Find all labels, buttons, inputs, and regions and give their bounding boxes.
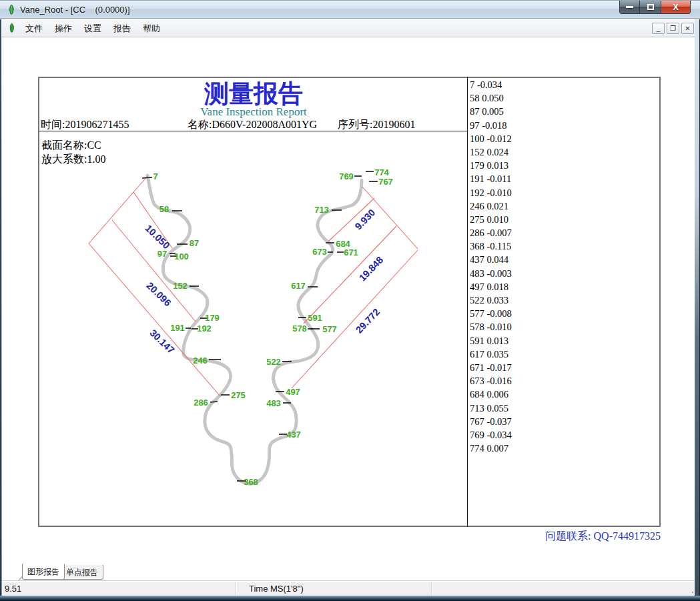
status-bar: 9.51 Time MS(1'8") xyxy=(1,580,699,596)
deviation-row: 97 -0.018 xyxy=(470,119,657,132)
document-icon xyxy=(6,23,17,33)
deviation-row: 767 -0.037 xyxy=(470,415,657,428)
deviation-row: 286 -0.007 xyxy=(470,226,657,239)
deviation-row: 87 0.005 xyxy=(470,105,657,118)
deviation-row: 275 0.010 xyxy=(470,213,657,226)
column-divider-line xyxy=(467,77,468,527)
tab-graphic-report[interactable]: 图形报告 xyxy=(22,564,65,580)
menu-item[interactable]: 文件 xyxy=(19,20,49,37)
deviation-row: 577 -0.008 xyxy=(470,307,657,320)
section-name: 截面名称:CC xyxy=(41,139,101,153)
deviation-row: 774 0.007 xyxy=(470,442,657,455)
deviation-row: 673 -0.016 xyxy=(470,374,657,388)
deviation-row: 179 0.013 xyxy=(470,159,657,172)
maximize-button[interactable] xyxy=(640,1,661,14)
deviation-row: 152 0.024 xyxy=(470,145,657,159)
tab-strip: 图形报告单点报告 xyxy=(2,564,697,580)
close-button[interactable]: X xyxy=(661,1,691,14)
contact-info: 问题联系: QQ-744917325 xyxy=(460,530,661,544)
magnification-factor: 放大系数:1.00 xyxy=(41,153,105,167)
deviation-row: 769 -0.034 xyxy=(470,428,657,442)
report-time: 时间:201906271455 xyxy=(41,118,129,132)
deviation-row: 684 0.006 xyxy=(470,388,657,401)
caption-buttons: X xyxy=(619,1,691,14)
mdi-window-buttons: _ ❐ ✕ xyxy=(652,23,694,34)
deviation-row: 617 0.035 xyxy=(470,348,657,361)
minimize-button[interactable] xyxy=(619,1,640,14)
menu-item[interactable]: 设置 xyxy=(78,20,107,37)
mdi-minimize-button[interactable]: _ xyxy=(652,23,665,34)
menu-bar: 文件操作设置报告帮助 _ ❐ ✕ xyxy=(1,19,699,37)
window-border-left xyxy=(0,19,2,601)
deviation-row: 192 -0.010 xyxy=(470,186,657,199)
deviation-row: 591 0.013 xyxy=(470,334,657,348)
deviation-row: 522 0.033 xyxy=(470,293,657,307)
menu-item[interactable]: 报告 xyxy=(107,20,137,37)
menu-item[interactable]: 帮助 xyxy=(137,20,166,37)
deviation-row: 578 -0.010 xyxy=(470,320,657,334)
window-border-bottom xyxy=(0,596,700,601)
deviation-row: 7 -0.034 xyxy=(470,78,657,91)
tab-point-report[interactable]: 单点报告 xyxy=(61,565,103,580)
status-time-mode: Time MS(1'8") xyxy=(249,583,304,595)
window-title: Vane_Root - [CC (0.0000)] xyxy=(20,5,130,15)
app-window: Vane_Root - [CC (0.0000)] X 文件操作设置报告帮助 _… xyxy=(0,0,700,601)
report-part-name: 名称:D660V-202008A001YG xyxy=(188,118,317,132)
deviation-row: 483 -0.003 xyxy=(470,267,657,280)
menu-item[interactable]: 操作 xyxy=(49,20,78,37)
deviation-row: 58 0.050 xyxy=(470,91,657,105)
deviation-row: 246 0.021 xyxy=(470,199,657,213)
deviation-list: 7 -0.03458 0.05087 0.00597 -0.018100 -0.… xyxy=(470,78,657,455)
status-divider xyxy=(431,582,432,595)
mdi-restore-button[interactable]: ❐ xyxy=(667,23,679,34)
deviation-row: 368 -0.115 xyxy=(470,239,657,253)
close-icon: X xyxy=(673,3,679,11)
deviation-row: 497 0.018 xyxy=(470,280,657,293)
deviation-row: 437 0.044 xyxy=(470,253,657,266)
report-serial: 序列号:20190601 xyxy=(338,118,415,132)
deviation-row: 713 0.055 xyxy=(470,402,657,415)
title-bar: Vane_Root - [CC (0.0000)] X xyxy=(0,0,700,19)
window-border-right xyxy=(695,19,700,601)
report-subtitle: Vane Inspection Report xyxy=(107,105,400,119)
minimize-icon xyxy=(626,6,633,8)
mdi-close-button[interactable]: ✕ xyxy=(681,23,694,34)
deviation-row: 191 -0.011 xyxy=(470,172,657,185)
deviation-row: 100 -0.012 xyxy=(470,132,657,145)
menu-items: 文件操作设置报告帮助 xyxy=(19,19,166,37)
status-value: 9.51 xyxy=(5,583,21,595)
status-divider xyxy=(236,582,236,595)
app-icon xyxy=(5,4,17,15)
deviation-row: 671 -0.017 xyxy=(470,361,657,374)
maximize-icon xyxy=(647,4,654,10)
